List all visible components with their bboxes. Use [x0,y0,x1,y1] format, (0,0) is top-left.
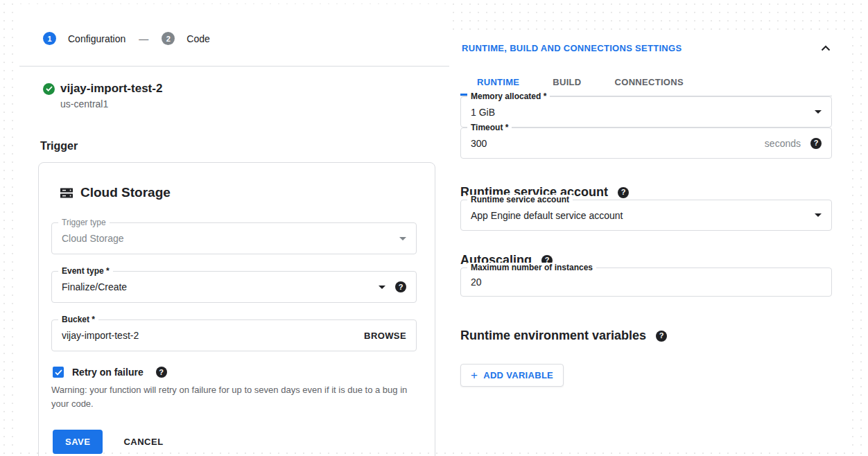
retry-warning-text: Warning: your function will retry on fai… [51,383,417,410]
success-check-icon [43,83,55,95]
memory-allocated-select[interactable]: Memory allocated * 1 GiB [460,96,832,128]
trigger-card-title-text: Cloud Storage [80,185,171,200]
env-vars-heading: Runtime environment variables ? [460,328,832,343]
max-instances-field: Maximum number of instances [460,268,832,297]
chevron-down-icon[interactable] [815,213,822,217]
max-instances-input[interactable] [471,277,822,288]
event-type-label: Event type * [58,266,113,276]
memory-allocated-label: Memory allocated * [467,91,550,101]
bucket-input[interactable] [62,330,364,341]
stepper-separator: — [137,33,150,44]
event-type-help-icon[interactable]: ? [395,281,406,292]
settings-header-title[interactable]: RUNTIME, BUILD AND CONNECTIONS SETTINGS [462,43,682,53]
bucket-field: Bucket * BROWSE [51,319,417,351]
service-account-help-icon[interactable]: ? [618,187,629,198]
timeout-suffix: seconds [765,138,801,149]
function-header: vijay-import-test-2 [43,82,449,96]
retry-help-icon[interactable]: ? [156,367,167,378]
plus-icon: + [471,369,478,381]
timeout-help-icon[interactable]: ? [810,138,822,149]
cancel-button[interactable]: CANCEL [123,437,163,447]
service-account-select[interactable]: Runtime service account App Engine defau… [460,200,832,231]
trigger-card-title: Cloud Storage [60,185,417,200]
service-account-label: Runtime service account [467,195,573,204]
configuration-panel: 1 Configuration — 2 Code vijay-import-te… [19,4,449,448]
memory-allocated-value: 1 GiB [471,107,808,118]
add-variable-button[interactable]: + ADD VARIABLE [460,364,564,387]
env-vars-heading-text: Runtime environment variables [460,328,646,343]
save-button[interactable]: SAVE [53,430,103,454]
trigger-type-label: Trigger type [58,218,110,227]
step-2-label[interactable]: Code [186,33,209,44]
env-vars-help-icon[interactable]: ? [656,331,667,342]
trigger-type-select[interactable]: Trigger type Cloud Storage [51,222,417,254]
settings-header: RUNTIME, BUILD AND CONNECTIONS SETTINGS [460,43,832,53]
function-name: vijay-import-test-2 [60,82,162,96]
step-1-circle[interactable]: 1 [43,32,56,45]
retry-label[interactable]: Retry on failure [72,367,144,378]
chevron-down-icon[interactable] [815,110,822,114]
retry-row: Retry on failure ? [53,367,417,378]
step-2-circle[interactable]: 2 [162,32,175,45]
tab-connections[interactable]: CONNECTIONS [598,70,700,96]
timeout-label: Timeout * [467,123,512,132]
cloud-storage-icon [60,187,73,199]
trigger-type-value: Cloud Storage [62,233,392,244]
timeout-input[interactable] [471,138,758,149]
max-instances-label: Maximum number of instances [467,263,596,272]
collapse-section-button[interactable] [819,44,832,53]
trigger-section-title: Trigger [40,140,449,152]
runtime-settings-panel: RUNTIME, BUILD AND CONNECTIONS SETTINGS … [452,32,849,448]
stepper-divider [19,66,449,67]
function-region: us-central1 [60,98,449,109]
timeout-field: Timeout * seconds ? [460,128,832,159]
add-variable-label: ADD VARIABLE [483,370,553,380]
event-type-value: Finalize/Create [62,281,372,292]
bucket-label: Bucket * [58,315,98,324]
chevron-down-icon[interactable] [379,286,385,289]
chevron-down-icon [399,237,406,240]
trigger-actions: SAVE CANCEL [53,430,417,454]
retry-checkbox[interactable] [53,367,64,378]
service-account-value: App Engine default service account [471,210,808,221]
trigger-card: Cloud Storage Trigger type Cloud Storage… [38,162,435,456]
event-type-select[interactable]: Event type * Finalize/Create ? [51,271,417,303]
chevron-up-icon [821,45,831,51]
stepper: 1 Configuration — 2 Code [19,4,449,45]
step-1-label[interactable]: Configuration [68,33,125,44]
browse-button[interactable]: BROWSE [364,331,406,341]
